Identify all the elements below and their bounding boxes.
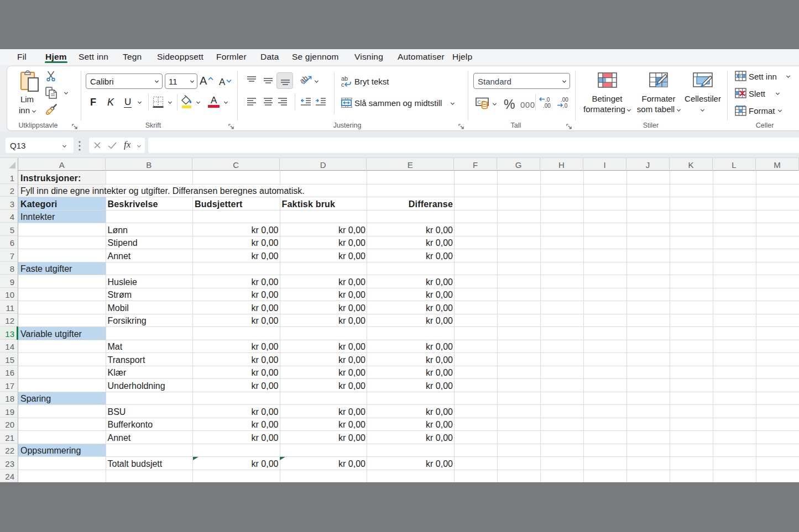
- svg-text:c: c: [341, 81, 344, 88]
- svg-text:.0: .0: [563, 103, 568, 109]
- svg-text:.0: .0: [545, 97, 550, 103]
- svg-text:.00: .00: [561, 97, 568, 103]
- svg-text:.00: .00: [543, 103, 551, 109]
